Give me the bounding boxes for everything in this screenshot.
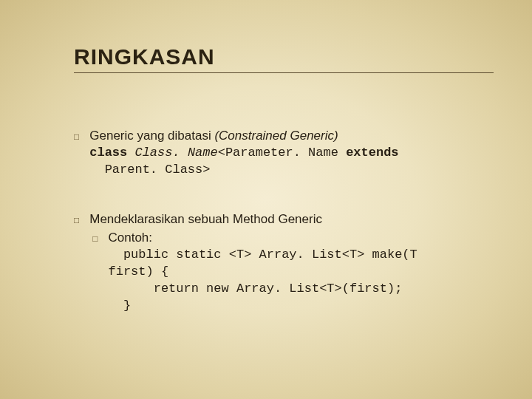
code-line: } (109, 298, 494, 315)
title-wrap: RINGKASAN (74, 44, 494, 73)
code-line: first) { (109, 264, 494, 281)
code-classname: Class. Name (134, 146, 217, 160)
code-line: Parent. Class> (89, 162, 494, 179)
list-item-content: Generic yang dibatasi (Constrained Gener… (89, 128, 494, 179)
sub-label: Contoh: (109, 231, 153, 245)
item-text: Mendeklarasikan sebuah Method Generic (89, 212, 322, 226)
page-title: RINGKASAN (74, 44, 494, 69)
item-text: Generic yang dibatasi (89, 129, 214, 143)
square-bullet-icon: □ (74, 131, 79, 143)
code-keyword: class (89, 146, 134, 160)
list-item: □ Generic yang dibatasi (Constrained Gen… (74, 128, 494, 179)
sub-item: □ Contoh: public static <T> Array. List<… (89, 230, 494, 315)
list-item: □ Mendeklarasikan sebuah Method Generic … (74, 211, 494, 315)
square-bullet-icon: □ (74, 214, 79, 226)
code-keyword: extends (346, 146, 398, 160)
code-block: class Class. Name<Parameter. Name extend… (89, 145, 494, 162)
code-line: public static <T> Array. List<T> make(T (109, 247, 494, 264)
sub-item-content: Contoh: public static <T> Array. List<T>… (109, 230, 494, 315)
code-line: return new Array. List<T>(first); (109, 281, 494, 298)
list-item-content: Mendeklarasikan sebuah Method Generic □ … (89, 211, 494, 315)
code-text: <Parameter. Name (218, 146, 346, 160)
item-text-italic: (Constrained Generic) (214, 129, 338, 143)
square-bullet-icon: □ (92, 233, 98, 245)
slide: RINGKASAN □ Generic yang dibatasi (Const… (0, 0, 532, 376)
